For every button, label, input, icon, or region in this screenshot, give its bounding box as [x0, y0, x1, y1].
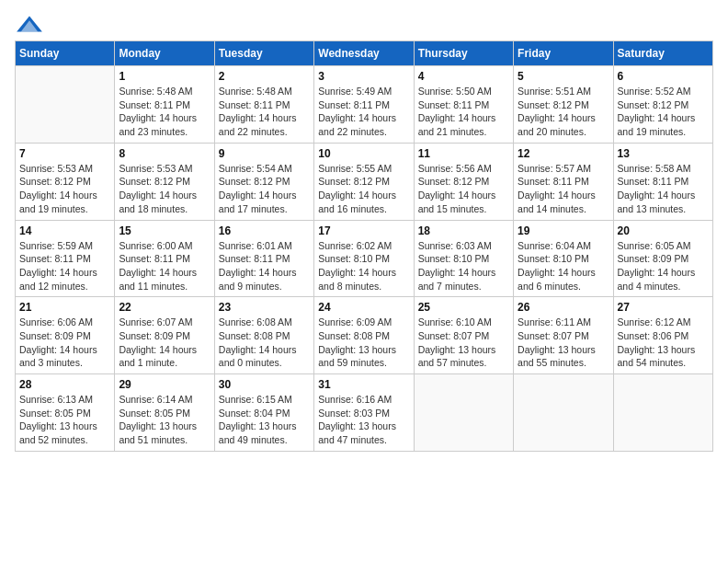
day-number: 21: [19, 301, 110, 314]
calendar-cell: 13Sunrise: 5:58 AM Sunset: 8:11 PM Dayli…: [613, 143, 712, 220]
calendar-cell: 4Sunrise: 5:50 AM Sunset: 8:11 PM Daylig…: [414, 66, 513, 144]
day-info: Sunrise: 5:54 AM Sunset: 8:12 PM Dayligh…: [219, 162, 310, 216]
calendar-cell: 26Sunrise: 6:11 AM Sunset: 8:07 PM Dayli…: [514, 297, 613, 374]
calendar-cell: 18Sunrise: 6:03 AM Sunset: 8:10 PM Dayli…: [414, 220, 513, 297]
day-number: 29: [119, 378, 210, 391]
day-info: Sunrise: 5:58 AM Sunset: 8:11 PM Dayligh…: [618, 162, 709, 216]
day-info: Sunrise: 6:05 AM Sunset: 8:09 PM Dayligh…: [618, 239, 709, 293]
day-number: 25: [418, 301, 509, 314]
day-header-thursday: Thursday: [414, 41, 513, 66]
calendar-cell: 28Sunrise: 6:13 AM Sunset: 8:05 PM Dayli…: [16, 374, 115, 452]
day-number: 18: [418, 224, 509, 237]
calendar-cell: 20Sunrise: 6:05 AM Sunset: 8:09 PM Dayli…: [613, 220, 712, 297]
calendar-cell: 5Sunrise: 5:51 AM Sunset: 8:12 PM Daylig…: [514, 66, 613, 144]
day-info: Sunrise: 6:02 AM Sunset: 8:10 PM Dayligh…: [318, 239, 409, 293]
day-number: 7: [19, 147, 110, 160]
day-number: 2: [219, 70, 310, 83]
calendar-cell: 3Sunrise: 5:49 AM Sunset: 8:11 PM Daylig…: [314, 66, 414, 144]
calendar-cell: 22Sunrise: 6:07 AM Sunset: 8:09 PM Dayli…: [115, 297, 214, 374]
day-number: 15: [119, 224, 210, 237]
calendar-cell: 12Sunrise: 5:57 AM Sunset: 8:11 PM Dayli…: [514, 143, 613, 220]
day-number: 9: [219, 147, 310, 160]
day-info: Sunrise: 5:59 AM Sunset: 8:11 PM Dayligh…: [19, 239, 110, 293]
day-number: 26: [518, 301, 609, 314]
day-info: Sunrise: 6:01 AM Sunset: 8:11 PM Dayligh…: [219, 239, 310, 293]
calendar-week-row: 7Sunrise: 5:53 AM Sunset: 8:12 PM Daylig…: [16, 143, 713, 220]
calendar-cell: 15Sunrise: 6:00 AM Sunset: 8:11 PM Dayli…: [115, 220, 214, 297]
day-number: 5: [518, 70, 609, 83]
day-info: Sunrise: 5:49 AM Sunset: 8:11 PM Dayligh…: [318, 85, 409, 139]
day-info: Sunrise: 6:00 AM Sunset: 8:11 PM Dayligh…: [119, 239, 210, 293]
calendar-cell: [414, 374, 513, 452]
day-number: 4: [418, 70, 509, 83]
calendar-week-row: 28Sunrise: 6:13 AM Sunset: 8:05 PM Dayli…: [16, 374, 713, 452]
day-info: Sunrise: 5:56 AM Sunset: 8:12 PM Dayligh…: [418, 162, 509, 216]
day-number: 19: [518, 224, 609, 237]
day-info: Sunrise: 6:06 AM Sunset: 8:09 PM Dayligh…: [19, 316, 110, 370]
day-info: Sunrise: 5:48 AM Sunset: 8:11 PM Dayligh…: [219, 85, 310, 139]
day-number: 16: [219, 224, 310, 237]
calendar-cell: 8Sunrise: 5:53 AM Sunset: 8:12 PM Daylig…: [115, 143, 214, 220]
day-number: 28: [19, 378, 110, 391]
day-info: Sunrise: 5:53 AM Sunset: 8:12 PM Dayligh…: [19, 162, 110, 216]
calendar-cell: 1Sunrise: 5:48 AM Sunset: 8:11 PM Daylig…: [115, 66, 214, 144]
calendar-cell: [16, 66, 115, 144]
day-info: Sunrise: 6:07 AM Sunset: 8:09 PM Dayligh…: [119, 316, 210, 370]
day-header-wednesday: Wednesday: [314, 41, 414, 66]
calendar-cell: [613, 374, 712, 452]
day-number: 3: [318, 70, 409, 83]
day-number: 22: [119, 301, 210, 314]
day-info: Sunrise: 6:13 AM Sunset: 8:05 PM Dayligh…: [19, 393, 110, 447]
calendar-cell: 14Sunrise: 5:59 AM Sunset: 8:11 PM Dayli…: [16, 220, 115, 297]
calendar-cell: 17Sunrise: 6:02 AM Sunset: 8:10 PM Dayli…: [314, 220, 414, 297]
day-info: Sunrise: 5:53 AM Sunset: 8:12 PM Dayligh…: [119, 162, 210, 216]
day-info: Sunrise: 5:50 AM Sunset: 8:11 PM Dayligh…: [418, 85, 509, 139]
calendar-cell: 10Sunrise: 5:55 AM Sunset: 8:12 PM Dayli…: [314, 143, 414, 220]
calendar-cell: 23Sunrise: 6:08 AM Sunset: 8:08 PM Dayli…: [214, 297, 313, 374]
calendar-cell: 30Sunrise: 6:15 AM Sunset: 8:04 PM Dayli…: [214, 374, 313, 452]
day-info: Sunrise: 6:10 AM Sunset: 8:07 PM Dayligh…: [418, 316, 509, 370]
day-info: Sunrise: 5:48 AM Sunset: 8:11 PM Dayligh…: [119, 85, 210, 139]
day-header-saturday: Saturday: [613, 41, 712, 66]
calendar-cell: 11Sunrise: 5:56 AM Sunset: 8:12 PM Dayli…: [414, 143, 513, 220]
calendar-cell: 16Sunrise: 6:01 AM Sunset: 8:11 PM Dayli…: [214, 220, 313, 297]
calendar-week-row: 21Sunrise: 6:06 AM Sunset: 8:09 PM Dayli…: [16, 297, 713, 374]
logo: [15, 15, 48, 33]
day-number: 6: [618, 70, 709, 83]
day-number: 27: [618, 301, 709, 314]
day-number: 23: [219, 301, 310, 314]
day-number: 20: [618, 224, 709, 237]
calendar-cell: 2Sunrise: 5:48 AM Sunset: 8:11 PM Daylig…: [214, 66, 313, 144]
calendar-table: SundayMondayTuesdayWednesdayThursdayFrid…: [15, 40, 713, 452]
day-info: Sunrise: 6:09 AM Sunset: 8:08 PM Dayligh…: [318, 316, 409, 370]
calendar-cell: 31Sunrise: 6:16 AM Sunset: 8:03 PM Dayli…: [314, 374, 414, 452]
day-header-sunday: Sunday: [16, 41, 115, 66]
calendar-cell: 19Sunrise: 6:04 AM Sunset: 8:10 PM Dayli…: [514, 220, 613, 297]
day-info: Sunrise: 6:08 AM Sunset: 8:08 PM Dayligh…: [219, 316, 310, 370]
day-number: 8: [119, 147, 210, 160]
day-info: Sunrise: 6:11 AM Sunset: 8:07 PM Dayligh…: [518, 316, 609, 370]
day-number: 13: [618, 147, 709, 160]
day-number: 11: [418, 147, 509, 160]
day-header-tuesday: Tuesday: [214, 41, 313, 66]
calendar-cell: 9Sunrise: 5:54 AM Sunset: 8:12 PM Daylig…: [214, 143, 313, 220]
calendar-cell: 7Sunrise: 5:53 AM Sunset: 8:12 PM Daylig…: [16, 143, 115, 220]
calendar-week-row: 1Sunrise: 5:48 AM Sunset: 8:11 PM Daylig…: [16, 66, 713, 144]
day-header-monday: Monday: [115, 41, 214, 66]
calendar-header-row: SundayMondayTuesdayWednesdayThursdayFrid…: [16, 41, 713, 66]
day-info: Sunrise: 6:04 AM Sunset: 8:10 PM Dayligh…: [518, 239, 609, 293]
calendar-cell: 27Sunrise: 6:12 AM Sunset: 8:06 PM Dayli…: [613, 297, 712, 374]
header: [15, 15, 713, 33]
day-number: 24: [318, 301, 409, 314]
day-info: Sunrise: 6:15 AM Sunset: 8:04 PM Dayligh…: [219, 393, 310, 447]
calendar-cell: 21Sunrise: 6:06 AM Sunset: 8:09 PM Dayli…: [16, 297, 115, 374]
day-number: 12: [518, 147, 609, 160]
day-header-friday: Friday: [514, 41, 613, 66]
day-number: 1: [119, 70, 210, 83]
day-number: 10: [318, 147, 409, 160]
day-info: Sunrise: 5:51 AM Sunset: 8:12 PM Dayligh…: [518, 85, 609, 139]
calendar-cell: 6Sunrise: 5:52 AM Sunset: 8:12 PM Daylig…: [613, 66, 712, 144]
calendar-cell: 24Sunrise: 6:09 AM Sunset: 8:08 PM Dayli…: [314, 297, 414, 374]
day-info: Sunrise: 5:52 AM Sunset: 8:12 PM Dayligh…: [618, 85, 709, 139]
calendar-week-row: 14Sunrise: 5:59 AM Sunset: 8:11 PM Dayli…: [16, 220, 713, 297]
